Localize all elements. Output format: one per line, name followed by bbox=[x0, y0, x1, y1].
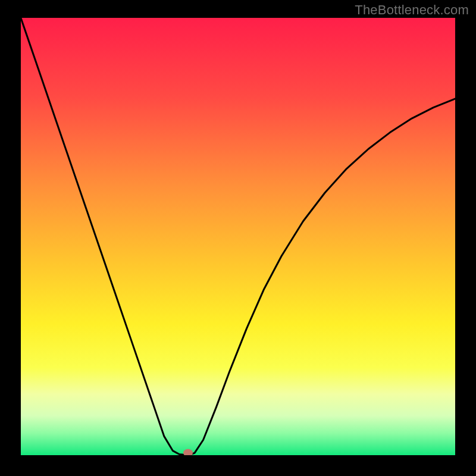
gradient-background bbox=[21, 18, 455, 455]
plot-area bbox=[21, 18, 455, 455]
chart-frame: TheBottleneck.com bbox=[0, 0, 476, 476]
watermark-text: TheBottleneck.com bbox=[355, 2, 469, 18]
plot-svg bbox=[21, 18, 455, 455]
